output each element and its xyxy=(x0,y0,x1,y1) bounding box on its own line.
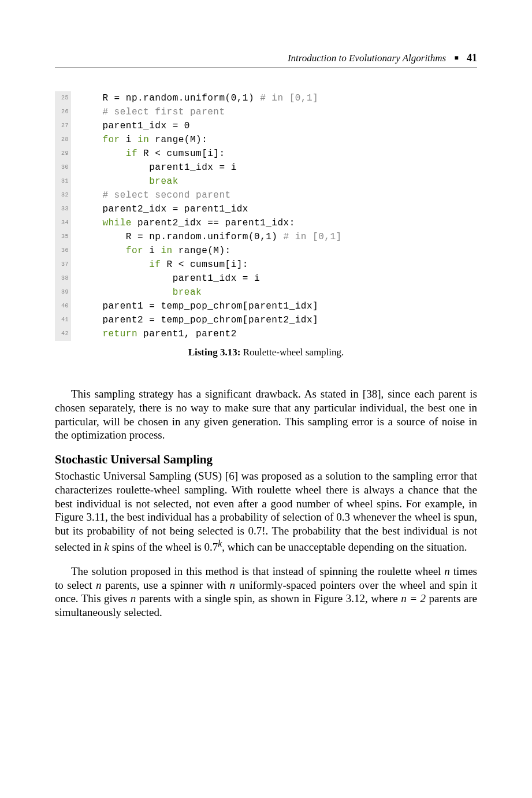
code-line: 33 parent2_idx = parent1_idx xyxy=(55,202,477,216)
line-number: 42 xyxy=(55,327,71,341)
code-content: while parent2_idx == parent1_idx: xyxy=(79,216,477,230)
listing-caption-text: Roulette-wheel sampling. xyxy=(243,347,344,358)
page: Introduction to Evolutionary Algorithms … xyxy=(0,0,532,699)
line-number: 30 xyxy=(55,161,71,175)
code-content: if R < cumsum[i]: xyxy=(79,147,477,161)
code-line: 25 R = np.random.uniform(0,1) # in [0,1] xyxy=(55,91,477,105)
code-line: 32 # select second parent xyxy=(55,188,477,202)
line-number: 36 xyxy=(55,244,71,258)
var-n-4: n xyxy=(131,592,136,604)
line-number: 39 xyxy=(55,285,71,299)
code-content: break xyxy=(79,285,477,299)
line-number: 32 xyxy=(55,188,71,202)
header-title: Introduction to Evolutionary Algorithms xyxy=(288,53,446,64)
line-number: 33 xyxy=(55,202,71,216)
line-number: 26 xyxy=(55,105,71,119)
var-n-1: n xyxy=(444,565,450,577)
code-line: 37 if R < cumsum[i]: xyxy=(55,258,477,272)
line-number: 25 xyxy=(55,91,71,105)
code-content: return parent1, parent2 xyxy=(79,327,477,341)
code-content: # select first parent xyxy=(79,105,477,119)
eq-n-2: n = 2 xyxy=(401,592,426,604)
paragraph-2-text-b: spins of the wheel is 0.7 xyxy=(109,541,218,553)
paragraph-3-text-e: parents with a single spin, as shown in … xyxy=(136,592,401,604)
paragraph-2: Stochastic Universal Sampling (SUS) [6] … xyxy=(55,469,477,554)
paragraph-1-text: This sampling strategy has a significant… xyxy=(55,388,477,441)
code-line: 28 for i in range(M): xyxy=(55,133,477,147)
line-number: 34 xyxy=(55,216,71,230)
section-heading: Stochastic Universal Sampling xyxy=(55,452,477,467)
line-number: 28 xyxy=(55,133,71,147)
line-number: 40 xyxy=(55,299,71,313)
code-content: # select second parent xyxy=(79,188,477,202)
page-number: 41 xyxy=(467,52,477,64)
var-k: k xyxy=(104,541,109,553)
code-line: 39 break xyxy=(55,285,477,299)
code-line: 42 return parent1, parent2 xyxy=(55,327,477,341)
code-line: 27 parent1_idx = 0 xyxy=(55,119,477,133)
code-line: 38 parent1_idx = i xyxy=(55,272,477,285)
line-number: 29 xyxy=(55,147,71,161)
code-line: 29 if R < cumsum[i]: xyxy=(55,147,477,161)
line-number: 37 xyxy=(55,258,71,272)
paragraph-3: The solution proposed in this method is … xyxy=(55,565,477,619)
code-content: if R < cumsum[i]: xyxy=(79,258,477,272)
code-line: 26 # select first parent xyxy=(55,105,477,119)
paragraph-3-text-c: parents, use a spinner with xyxy=(102,579,230,591)
code-content: parent2 = temp_pop_chrom[parent2_idx] xyxy=(79,313,477,327)
code-content: R = np.random.uniform(0,1) # in [0,1] xyxy=(79,230,477,244)
code-line: 40 parent1 = temp_pop_chrom[parent1_idx] xyxy=(55,299,477,313)
line-number: 41 xyxy=(55,313,71,327)
code-content: R = np.random.uniform(0,1) # in [0,1] xyxy=(79,91,477,105)
code-content: parent1_idx = i xyxy=(79,161,477,175)
var-n-2: n xyxy=(96,579,102,591)
running-header: Introduction to Evolutionary Algorithms … xyxy=(55,52,477,68)
code-content: parent1_idx = 0 xyxy=(79,119,477,133)
listing-caption: Listing 3.13: Roulette-wheel sampling. xyxy=(55,347,477,358)
code-line: 34 while parent2_idx == parent1_idx: xyxy=(55,216,477,230)
code-content: for i in range(M): xyxy=(79,133,477,147)
line-number: 31 xyxy=(55,175,71,188)
code-line: 31 break xyxy=(55,175,477,188)
line-number: 35 xyxy=(55,230,71,244)
code-content: parent1_idx = i xyxy=(79,272,477,285)
paragraph-3-text-a: The solution proposed in this method is … xyxy=(71,565,444,577)
paragraph-2-text-c: , which can be unacceptable depending on… xyxy=(222,541,467,553)
line-number: 38 xyxy=(55,272,71,285)
code-content: for i in range(M): xyxy=(79,244,477,258)
code-line: 35 R = np.random.uniform(0,1) # in [0,1] xyxy=(55,230,477,244)
code-content: parent2_idx = parent1_idx xyxy=(79,202,477,216)
var-n-3: n xyxy=(229,579,235,591)
code-content: parent1 = temp_pop_chrom[parent1_idx] xyxy=(79,299,477,313)
listing-label: Listing 3.13: xyxy=(188,347,241,358)
paragraph-1: This sampling strategy has a significant… xyxy=(55,387,477,442)
code-line: 30 parent1_idx = i xyxy=(55,161,477,175)
line-number: 27 xyxy=(55,119,71,133)
code-line: 36 for i in range(M): xyxy=(55,244,477,258)
code-content: break xyxy=(79,175,477,188)
header-separator-icon: ■ xyxy=(455,54,459,62)
code-listing: 25 R = np.random.uniform(0,1) # in [0,1]… xyxy=(55,91,477,341)
code-line: 41 parent2 = temp_pop_chrom[parent2_idx] xyxy=(55,313,477,327)
